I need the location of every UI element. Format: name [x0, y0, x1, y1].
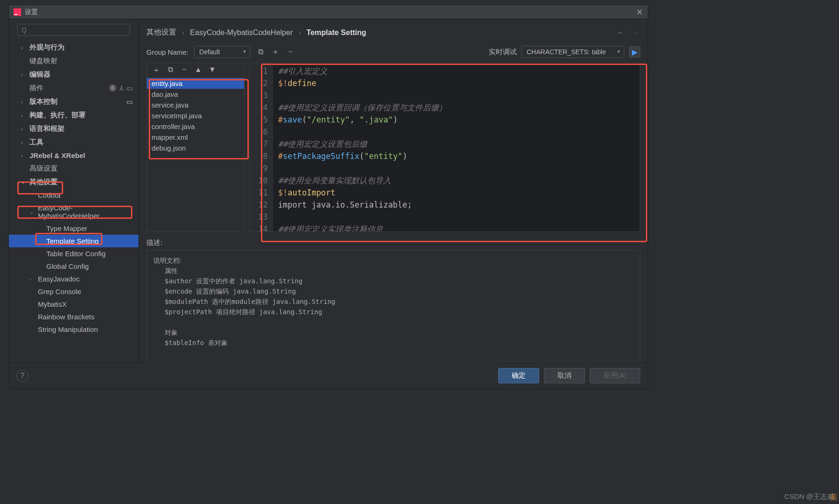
template-file-item[interactable]: entity.java — [147, 78, 244, 89]
tree-item[interactable]: 高级设置 — [9, 162, 138, 175]
tree-item[interactable]: ›构建、执行、部署 — [9, 108, 138, 122]
up-icon[interactable]: ▲ — [194, 65, 203, 75]
run-button[interactable]: ▶ — [629, 46, 640, 58]
nav-back-icon[interactable]: ← — [617, 29, 624, 37]
close-icon[interactable]: ✕ — [636, 7, 643, 17]
desc-row: $projectPath 项目绝对路径 java.lang.String — [165, 307, 633, 317]
tree-item[interactable]: 插件6⅄▭ — [9, 81, 138, 95]
tree-item[interactable]: ›工具 — [9, 136, 138, 149]
desc-row: $tableInfo 表对象 — [165, 338, 633, 348]
tree-item[interactable]: Template Setting — [9, 235, 138, 247]
main-panel: 其他设置 › EasyCode-MybatisCodeHelper › Temp… — [139, 19, 648, 362]
chevron-icon: › — [21, 153, 23, 158]
tree-item-label: 外观与行为 — [29, 43, 65, 52]
copy-icon[interactable]: ⧉ — [256, 48, 265, 56]
template-file-item[interactable]: serviceImpl.java — [147, 110, 244, 121]
tree-item[interactable]: Table Editor Config — [9, 247, 138, 260]
cancel-button[interactable]: 取消 — [544, 368, 585, 383]
copy-file-icon[interactable]: ⧉ — [166, 65, 175, 75]
titlebar: 设置 ✕ — [9, 5, 648, 19]
tree-item[interactable]: ›外观与行为 — [9, 41, 138, 54]
crumb-3: Template Setting — [306, 29, 366, 37]
watermark: CSDN @王志威 — [784, 492, 834, 501]
code-content[interactable]: ##引入宏定义 $!define ##使用宏定义设置回调（保存位置与文件后缀） … — [273, 63, 451, 231]
tree-item[interactable]: ⌄其他设置 — [9, 175, 138, 189]
template-file-item[interactable]: service.java — [147, 100, 244, 110]
tree-item[interactable]: ›版本控制▭ — [9, 95, 138, 108]
tree-item-label: Rainbow Brackets — [38, 313, 94, 321]
tree-item[interactable]: ⌄EasyCode-MybatisCodeHelper — [9, 202, 138, 222]
editor-area: ＋ ⧉ − ▲ ▼ entity.javadao.javaservice.jav… — [146, 63, 640, 232]
template-file-item[interactable]: controller.java — [147, 121, 244, 132]
crumb-1[interactable]: 其他设置 — [146, 28, 176, 37]
tree-item-label: 版本控制 — [29, 97, 58, 106]
tree-item[interactable]: Rainbow Brackets — [9, 310, 138, 323]
lang-icon: ⅄ — [119, 84, 123, 93]
breadcrumb: 其他设置 › EasyCode-MybatisCodeHelper › Temp… — [146, 25, 640, 44]
chevron-right-icon: › — [298, 29, 301, 37]
tree-item[interactable]: ›语言和框架 — [9, 122, 138, 136]
crumb-2[interactable]: EasyCode-MybatisCodeHelper — [190, 29, 293, 37]
tree-item-label: EasyCode-MybatisCodeHelper — [38, 204, 133, 220]
tree-item[interactable]: ›编辑器 — [9, 68, 138, 81]
chevron-icon: › — [21, 45, 23, 50]
ime-indicator: 英 — [830, 493, 838, 503]
sidebar: ›外观与行为键盘映射›编辑器插件6⅄▭›版本控制▭›构建、执行、部署›语言和框架… — [9, 19, 139, 362]
down-icon[interactable]: ▼ — [208, 65, 217, 75]
apply-button[interactable]: 应用(A) — [590, 368, 640, 383]
description-label: 描述: — [146, 238, 640, 247]
help-button[interactable]: ? — [16, 370, 29, 382]
tree-item-label: 编辑器 — [29, 70, 51, 79]
add-file-icon[interactable]: ＋ — [152, 65, 161, 75]
tree-item[interactable]: Global Config — [9, 260, 138, 273]
tree-item-label: 工具 — [29, 138, 43, 147]
settings-tree: ›外观与行为键盘映射›编辑器插件6⅄▭›版本控制▭›构建、执行、部署›语言和框架… — [9, 41, 138, 362]
tree-item[interactable]: String Manipulation — [9, 323, 138, 336]
remove-icon[interactable]: − — [286, 48, 295, 56]
svg-rect-1 — [14, 14, 17, 15]
tree-item-label: Grep Console — [38, 288, 81, 295]
nav-forward-icon[interactable]: → — [633, 29, 640, 37]
box-icon: ▭ — [126, 98, 133, 106]
window-title: 设置 — [25, 8, 38, 16]
tree-item[interactable]: Type Mapper — [9, 222, 138, 235]
realtime-label: 实时调试 — [489, 48, 517, 57]
desc-row: $author 设置中的作者 java.lang.String — [165, 276, 633, 286]
settings-dialog: 设置 ✕ ›外观与行为键盘映射›编辑器插件6⅄▭›版本控制▭›构建、执行、部署›… — [8, 5, 648, 389]
tree-item-label: Template Setting — [46, 237, 99, 245]
group-name-label: Group Name: — [146, 48, 188, 56]
chevron-icon: › — [21, 72, 23, 78]
add-icon[interactable]: ＋ — [271, 47, 280, 57]
tree-item[interactable]: Codota — [9, 189, 138, 202]
group-name-combo[interactable]: Default — [194, 46, 250, 58]
description-box[interactable]: 说明文档: 属性 $author 设置中的作者 java.lang.String… — [146, 250, 640, 362]
template-file-list: ＋ ⧉ − ▲ ▼ entity.javadao.javaservice.jav… — [146, 63, 245, 232]
tree-item[interactable]: 键盘映射 — [9, 54, 138, 68]
tree-item-label: JRebel & XRebel — [29, 151, 85, 159]
tree-item-label: Table Editor Config — [46, 250, 106, 258]
group-toolbar: Group Name: Default ⧉ ＋ − 实时调试 CHARACTER… — [146, 44, 640, 63]
search-input[interactable] — [17, 24, 130, 36]
realtime-combo[interactable]: CHARACTER_SETS: table — [521, 46, 624, 58]
chevron-icon: ⌄ — [29, 209, 34, 215]
desc-row: $encode 设置的编码 java.lang.String — [165, 286, 633, 296]
tree-item-label: 其他设置 — [29, 178, 58, 187]
file-toolbar: ＋ ⧉ − ▲ ▼ — [147, 63, 244, 78]
chevron-icon: › — [21, 126, 23, 132]
tree-item[interactable]: ›EasyJavadoc — [9, 273, 138, 285]
template-file-item[interactable]: mapper.xml — [147, 132, 244, 143]
code-editor[interactable]: 1234567891011121314 ##引入宏定义 $!define ##使… — [249, 63, 640, 232]
ok-button[interactable]: 确定 — [498, 368, 539, 383]
chevron-icon: › — [29, 276, 31, 282]
tree-item-label: Global Config — [46, 262, 89, 270]
chevron-icon: › — [21, 99, 23, 105]
template-file-item[interactable]: debug.json — [147, 143, 244, 153]
tree-item[interactable]: Grep Console — [9, 285, 138, 298]
tree-item[interactable]: ›JRebel & XRebel — [9, 149, 138, 162]
template-file-item[interactable]: dao.java — [147, 89, 244, 100]
tree-item-label: 高级设置 — [29, 164, 58, 173]
tree-item-label: 构建、执行、部署 — [29, 111, 86, 120]
tree-item[interactable]: MybatisX — [9, 298, 138, 310]
box-icon: ▭ — [126, 84, 133, 93]
remove-file-icon[interactable]: − — [180, 65, 189, 75]
